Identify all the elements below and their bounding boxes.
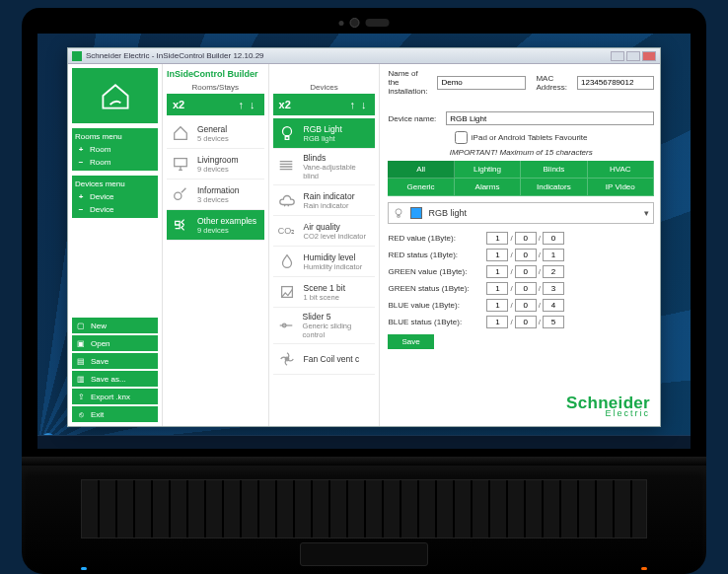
room-item[interactable]: Other examples9 devices <box>167 210 264 241</box>
os-taskbar[interactable] <box>37 435 691 449</box>
device-item[interactable]: BlindsVane-adjustable blind <box>273 149 376 185</box>
device-item[interactable]: Fan Coil vent c <box>273 344 376 375</box>
install-input[interactable] <box>437 76 526 90</box>
device-icon <box>276 348 298 370</box>
param-c-input[interactable] <box>543 282 564 295</box>
device-item[interactable]: Humidity levelHumidity indicator <box>273 247 376 277</box>
add-room-button[interactable]: +Room <box>75 143 155 156</box>
file-open-button[interactable]: ▣Open <box>72 335 158 351</box>
device-item[interactable]: RGB LightRGB light <box>273 118 376 149</box>
device-name-input[interactable] <box>446 111 654 125</box>
device-item[interactable]: Slider 5Generic sliding control <box>273 308 376 344</box>
remove-device-button[interactable]: −Device <box>75 203 155 216</box>
param-c-input[interactable] <box>543 249 564 261</box>
rooms-up-icon[interactable]: ↑ <box>236 99 248 110</box>
file-new-button[interactable]: ▢New <box>72 318 158 333</box>
rooms-header: Rooms/Stays <box>167 83 264 94</box>
mac-label: MAC Address: <box>536 74 567 92</box>
tab-lighting[interactable]: Lighting <box>455 161 521 179</box>
tab-generic[interactable]: Generic <box>388 179 454 196</box>
param-c-input[interactable] <box>543 299 564 312</box>
chevron-down-icon: ▾ <box>644 208 649 218</box>
room-item[interactable]: Livingroom9 devices <box>167 149 264 179</box>
window-close-button[interactable] <box>642 51 656 61</box>
tab-ip-video[interactable]: IP Video <box>588 179 654 196</box>
add-device-button[interactable]: +Device <box>75 190 155 203</box>
device-item[interactable]: Scene 1 bit1 bit scene <box>273 277 376 308</box>
room-item[interactable]: Information3 devices <box>167 179 264 210</box>
tab-hvac[interactable]: HVAC <box>588 161 654 179</box>
param-label: BLUE status (1Byte): <box>388 318 486 326</box>
device-item[interactable]: Rain indicatorRain indicator <box>273 185 376 216</box>
tab-blinds[interactable]: Blinds <box>521 161 587 179</box>
param-triplet: // <box>486 282 654 295</box>
app-icon <box>72 51 82 61</box>
install-row: Name of the installation: MAC Address: <box>388 67 654 102</box>
favourite-checkbox[interactable] <box>455 131 468 144</box>
param-b-input[interactable] <box>515 249 537 261</box>
devices-zoom[interactable]: x2 <box>279 99 291 110</box>
param-b-input[interactable] <box>515 265 537 278</box>
tab-all[interactable]: All <box>388 161 454 179</box>
device-icon <box>276 122 298 144</box>
window-titlebar[interactable]: Schneider Electric - InSideControl Build… <box>68 48 660 64</box>
file-export-knx-button[interactable]: ⇪Export .knx <box>72 389 158 404</box>
param-c-input[interactable] <box>543 265 564 278</box>
rooms-zoom[interactable]: x2 <box>173 99 184 110</box>
file-save-button[interactable]: ▤Save <box>72 353 158 369</box>
param-a-input[interactable] <box>486 232 508 245</box>
device-icon <box>276 251 298 272</box>
param-b-input[interactable] <box>515 316 537 328</box>
rooms-menu-title: Rooms menu <box>75 130 155 143</box>
file-icon: ▢ <box>76 321 86 330</box>
house-hand-icon <box>98 78 133 113</box>
window-minimize-button[interactable] <box>611 51 624 61</box>
laptop-keyboard <box>22 466 706 574</box>
device-type-select[interactable]: RGB light ▾ <box>388 202 654 224</box>
file-exit-button[interactable]: ⎋Exit <box>72 406 158 422</box>
param-c-input[interactable] <box>543 232 564 245</box>
room-item[interactable]: General5 devices <box>167 118 264 149</box>
param-triplet: // <box>486 249 654 261</box>
device-item[interactable]: CO₂Air qualityCO2 level indicator <box>273 216 376 247</box>
remove-room-button[interactable]: −Room <box>75 156 155 169</box>
sidebar: Rooms menu +Room −Room Devices menu +Dev… <box>68 64 163 426</box>
color-swatch <box>410 207 422 219</box>
param-a-input[interactable] <box>486 249 508 261</box>
file-save-as--button[interactable]: ▥Save as... <box>72 371 158 387</box>
tab-indicators[interactable]: Indicators <box>521 179 587 196</box>
param-c-input[interactable] <box>543 316 564 328</box>
rooms-down-icon[interactable]: ↓ <box>247 99 258 110</box>
param-label: RED value (1Byte): <box>388 234 486 243</box>
devices-up-icon[interactable]: ↑ <box>346 99 358 110</box>
tab-alarms[interactable]: Alarms <box>455 179 521 196</box>
window-maximize-button[interactable] <box>626 51 640 61</box>
webcam-cluster <box>339 18 390 28</box>
svg-point-2 <box>282 127 291 136</box>
param-b-input[interactable] <box>515 232 537 245</box>
app-window: Schneider Electric - InSideControl Build… <box>67 47 661 427</box>
bulb-icon <box>393 207 404 219</box>
file-icon: ⎋ <box>76 409 86 419</box>
room-icon <box>170 153 191 175</box>
detail-column: Name of the installation: MAC Address: D… <box>380 64 660 426</box>
param-a-input[interactable] <box>486 265 508 278</box>
favourite-label: iPad or Android Tablets Favourite <box>472 133 588 142</box>
param-b-input[interactable] <box>515 299 537 312</box>
important-note: IMPORTANT! Maximum of 15 characters <box>388 148 654 161</box>
brand-logo: Schneider Electric <box>566 395 650 418</box>
param-a-input[interactable] <box>486 299 508 312</box>
save-button[interactable]: Save <box>388 334 433 349</box>
install-label: Name of the installation: <box>388 69 427 96</box>
rooms-menu: Rooms menu +Room −Room <box>72 128 158 171</box>
devices-column: . Devices x2 ↑↓ RGB LightRGB lightBlinds… <box>269 64 381 426</box>
laptop-frame: Schneider Electric - InSideControl Build… <box>22 8 706 566</box>
devices-down-icon[interactable]: ↓ <box>358 99 370 110</box>
room-icon <box>170 183 191 205</box>
param-a-input[interactable] <box>486 316 508 328</box>
device-icon: CO₂ <box>276 220 298 242</box>
param-a-input[interactable] <box>486 282 508 295</box>
file-icon: ▤ <box>76 356 86 366</box>
param-b-input[interactable] <box>515 282 537 295</box>
mac-input[interactable] <box>577 76 654 90</box>
